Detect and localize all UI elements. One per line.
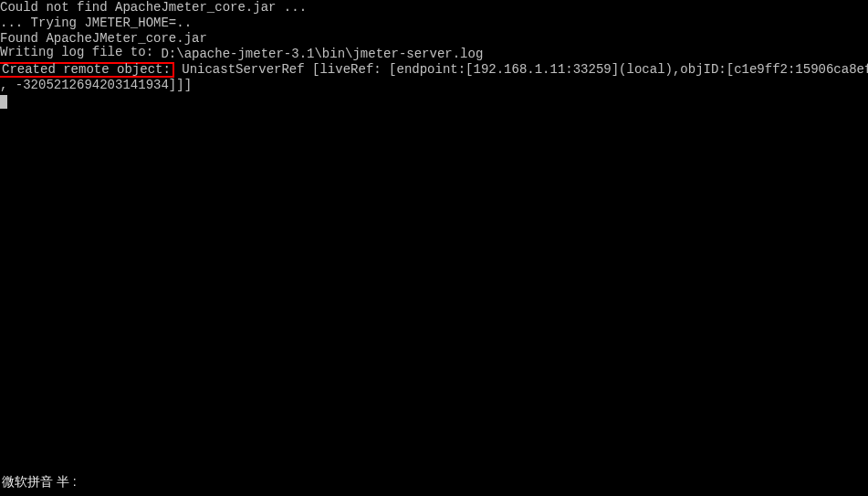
log-text: Found ApacheJMeter_core.jar: [0, 31, 207, 46]
log-text: Writing log file to:: [0, 45, 161, 59]
log-line: Writing log file to: D:\apache-jmeter-3.…: [0, 47, 868, 62]
log-text: ... Trying JMETER_HOME=..: [0, 16, 192, 30]
log-line: Could not find ApacheJmeter_core.jar ...: [0, 0, 868, 16]
terminal-output: Could not find ApacheJmeter_core.jar ...…: [0, 0, 868, 109]
ime-status-bar: 微软拼音 半 :: [2, 474, 77, 491]
log-text: Could not find ApacheJmeter_core.jar ...: [0, 0, 307, 15]
log-line: ... Trying JMETER_HOME=..: [0, 16, 868, 31]
ime-status-text: 微软拼音 半 :: [2, 474, 77, 489]
log-text: D:\apache-jmeter-3.1\bin\jmeter-server.l…: [161, 47, 483, 61]
